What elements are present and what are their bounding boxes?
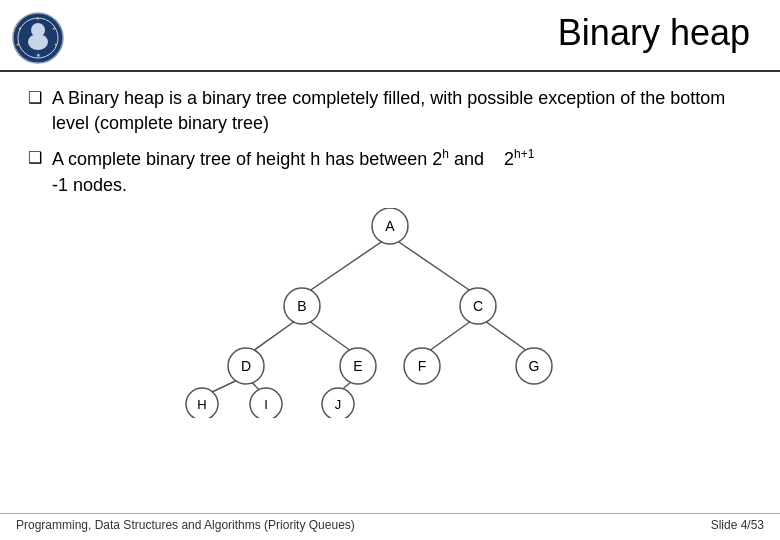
bullet-text-2: A complete binary tree of height h has b… — [52, 146, 752, 197]
node-F-label: F — [418, 358, 427, 374]
bullet-1: ❑ A Binary heap is a binary tree complet… — [28, 86, 752, 136]
bullet2-superscript-h: h — [442, 147, 449, 161]
svg-text:★: ★ — [18, 26, 22, 31]
tree-diagram: A B C D E F G H I J — [0, 208, 780, 418]
bullet2-part3: -1 nodes. — [52, 175, 127, 195]
node-A-label: A — [385, 218, 395, 234]
node-C-label: C — [473, 298, 483, 314]
svg-line-11 — [390, 236, 478, 296]
footer-left: Programming, Data Structures and Algorit… — [16, 518, 355, 532]
bullet2-part2: and — [449, 149, 489, 169]
bullet2-2: 2 — [504, 149, 514, 169]
svg-text:★: ★ — [54, 42, 58, 47]
node-I-label: I — [264, 397, 268, 412]
header: ★ ★ ★ ★ ★ ★ Binary heap — [0, 0, 780, 72]
bullet-icon-2: ❑ — [28, 148, 42, 167]
node-D-label: D — [241, 358, 251, 374]
footer: Programming, Data Structures and Algorit… — [0, 513, 780, 532]
svg-text:★: ★ — [52, 26, 56, 31]
main-content: ❑ A Binary heap is a binary tree complet… — [0, 72, 780, 198]
bullet2-superscript-h1: h+1 — [514, 147, 534, 161]
svg-point-3 — [28, 34, 48, 50]
node-B-label: B — [297, 298, 306, 314]
node-G-label: G — [529, 358, 540, 374]
bullet-text-1: A Binary heap is a binary tree completel… — [52, 86, 752, 136]
bullet-2: ❑ A complete binary tree of height h has… — [28, 146, 752, 197]
bullet-icon-1: ❑ — [28, 88, 42, 107]
page-title: Binary heap — [64, 12, 760, 54]
binary-tree-svg: A B C D E F G H I J — [150, 208, 630, 418]
node-E-label: E — [353, 358, 362, 374]
logo-icon: ★ ★ ★ ★ ★ ★ — [12, 12, 64, 64]
bullet2-part1: A complete binary tree of height h has b… — [52, 149, 442, 169]
svg-line-10 — [302, 236, 390, 296]
footer-right: Slide 4/53 — [711, 518, 764, 532]
svg-text:★: ★ — [36, 16, 40, 21]
svg-text:★: ★ — [16, 42, 20, 47]
node-J-label: J — [335, 397, 342, 412]
node-H-label: H — [197, 397, 206, 412]
